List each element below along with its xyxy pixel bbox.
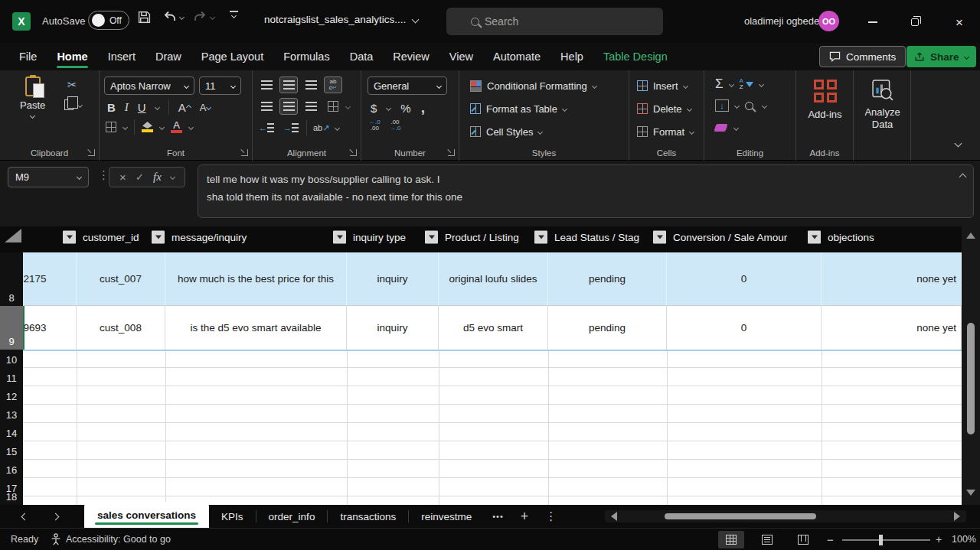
- fill-down-chevron-icon[interactable]: [734, 103, 740, 108]
- formula-controls-chevron-icon[interactable]: [170, 174, 175, 180]
- menu-tab-file[interactable]: File: [9, 43, 47, 70]
- sheet-tab-transactions[interactable]: transactions: [328, 505, 408, 528]
- cancel-entry-button[interactable]: ×: [119, 171, 126, 184]
- restore-button[interactable]: [903, 14, 926, 31]
- find-select-button[interactable]: [745, 102, 753, 110]
- table-cell[interactable]: 69693: [23, 306, 77, 350]
- column-header-product-listing[interactable]: Product / Listing: [439, 228, 548, 246]
- row-number[interactable]: 14: [0, 423, 23, 441]
- underline-chevron-icon[interactable]: [155, 104, 160, 109]
- insert-cells-button[interactable]: Insert: [637, 76, 688, 95]
- row-number[interactable]: 11: [0, 368, 23, 386]
- scroll-left-icon[interactable]: [611, 512, 617, 521]
- cut-button[interactable]: ✂: [67, 78, 77, 92]
- table-cell[interactable]: cust_008: [77, 306, 165, 350]
- menu-tab-view[interactable]: View: [439, 43, 483, 70]
- decrease-indent-button[interactable]: ←: [257, 119, 276, 136]
- font-dialog-launcher[interactable]: [241, 149, 248, 156]
- decrease-font-button[interactable]: A: [200, 102, 211, 113]
- bold-button[interactable]: B: [107, 101, 116, 114]
- table-cell[interactable]: inquiry: [347, 252, 439, 306]
- sheet-tab-order-info[interactable]: order_info: [256, 505, 328, 528]
- name-box[interactable]: M9: [8, 167, 89, 187]
- font-size-select[interactable]: 11: [199, 76, 241, 95]
- row-number-selected[interactable]: 9: [0, 306, 23, 350]
- filter-button[interactable]: [63, 231, 76, 244]
- zoom-level[interactable]: 100%: [952, 534, 976, 545]
- filter-button[interactable]: [425, 231, 438, 244]
- analyze-data-button[interactable]: Analyze Data: [854, 80, 911, 131]
- currency-chevron-icon[interactable]: [386, 105, 391, 110]
- increase-decimal-button[interactable]: ←.0.00: [369, 119, 381, 132]
- format-cells-button[interactable]: Format: [637, 122, 694, 141]
- row-number[interactable]: 15: [0, 441, 23, 460]
- search-input[interactable]: Search: [446, 8, 663, 35]
- undo-button[interactable]: [162, 11, 184, 23]
- increase-indent-button[interactable]: →: [282, 119, 300, 136]
- share-button[interactable]: Share: [906, 46, 976, 67]
- avatar[interactable]: OO: [818, 11, 839, 31]
- collapse-formula-bar-icon[interactable]: [959, 174, 967, 181]
- autosum-button[interactable]: Σ: [715, 76, 724, 92]
- menu-tab-help[interactable]: Help: [550, 43, 593, 70]
- zoom-out-button[interactable]: −: [827, 533, 834, 546]
- filter-button[interactable]: [333, 231, 346, 244]
- fill-color-chevron-icon[interactable]: [159, 124, 165, 129]
- customize-quick-access-button[interactable]: [230, 11, 238, 18]
- comma-button[interactable]: ,: [421, 99, 425, 116]
- save-button[interactable]: [138, 11, 151, 24]
- collapse-ribbon-icon[interactable]: [955, 140, 962, 148]
- cell-styles-button[interactable]: Cell Styles: [470, 122, 542, 141]
- row-number[interactable]: 12: [0, 386, 23, 405]
- menu-tab-formulas[interactable]: Formulas: [273, 43, 339, 70]
- vertical-scrollbar-thumb[interactable]: [967, 323, 975, 434]
- sheet-tab-reinvestme[interactable]: reinvestme: [409, 505, 484, 528]
- insert-function-button[interactable]: fx: [153, 171, 162, 184]
- column-header[interactable]: [23, 228, 77, 246]
- align-top-button[interactable]: [257, 76, 276, 93]
- sheet-nav-left-icon[interactable]: [9, 514, 40, 519]
- percent-button[interactable]: %: [400, 102, 410, 115]
- zoom-slider-thumb[interactable]: [879, 535, 883, 545]
- menu-tab-page-layout[interactable]: Page Layout: [191, 43, 273, 70]
- scroll-up-icon[interactable]: [966, 233, 975, 239]
- copy-button[interactable]: [64, 99, 82, 110]
- menu-tab-home[interactable]: Home: [47, 43, 97, 70]
- table-cell[interactable]: 52175: [23, 252, 77, 306]
- horizontal-scrollbar[interactable]: [605, 510, 966, 522]
- sort-filter-chevron-icon[interactable]: [759, 81, 764, 86]
- row-number[interactable]: 18: [0, 496, 23, 505]
- table-cell[interactable]: pending: [548, 252, 667, 306]
- clear-button[interactable]: [714, 124, 727, 132]
- sheet-tab-kpis[interactable]: KPIs: [209, 505, 256, 528]
- redo-dropdown-icon[interactable]: [210, 14, 215, 19]
- sheet-options-icon[interactable]: ⋮: [537, 509, 565, 523]
- align-right-button[interactable]: [302, 98, 320, 115]
- number-dialog-launcher[interactable]: [448, 149, 455, 156]
- table-cell[interactable]: how much is the best price for this: [165, 252, 347, 306]
- scroll-right-icon[interactable]: [954, 512, 960, 521]
- row-number[interactable]: 13: [0, 405, 23, 423]
- font-name-select[interactable]: Aptos Narrow: [104, 76, 194, 95]
- conditional-formatting-button[interactable]: Conditional Formatting: [470, 76, 596, 95]
- orientation-chevron-icon[interactable]: [335, 125, 340, 130]
- table-cell[interactable]: d5 evo smart: [439, 306, 548, 350]
- italic-button[interactable]: I: [125, 101, 129, 114]
- confirm-entry-button[interactable]: ✓: [136, 171, 144, 183]
- column-header-customer-id[interactable]: customer_id: [77, 228, 165, 246]
- increase-font-button[interactable]: A: [178, 101, 191, 114]
- table-cell[interactable]: 0: [667, 252, 822, 306]
- table-cell[interactable]: inquiry: [347, 306, 439, 350]
- clear-chevron-icon[interactable]: [733, 125, 739, 130]
- sheet-nav-right-icon[interactable]: [40, 514, 70, 519]
- menu-tab-review[interactable]: Review: [383, 43, 439, 70]
- align-center-button[interactable]: [279, 98, 298, 115]
- number-format-select[interactable]: General: [368, 76, 447, 95]
- wrap-text-button[interactable]: abc↵: [324, 76, 342, 93]
- filter-button[interactable]: [534, 231, 547, 244]
- merge-center-button[interactable]: [324, 98, 342, 115]
- paste-button[interactable]: Paste: [20, 76, 45, 118]
- column-header-inquiry-type[interactable]: inquiry type: [347, 228, 439, 246]
- autosave-toggle[interactable]: Off: [88, 11, 129, 30]
- table-cell[interactable]: 0: [667, 306, 822, 350]
